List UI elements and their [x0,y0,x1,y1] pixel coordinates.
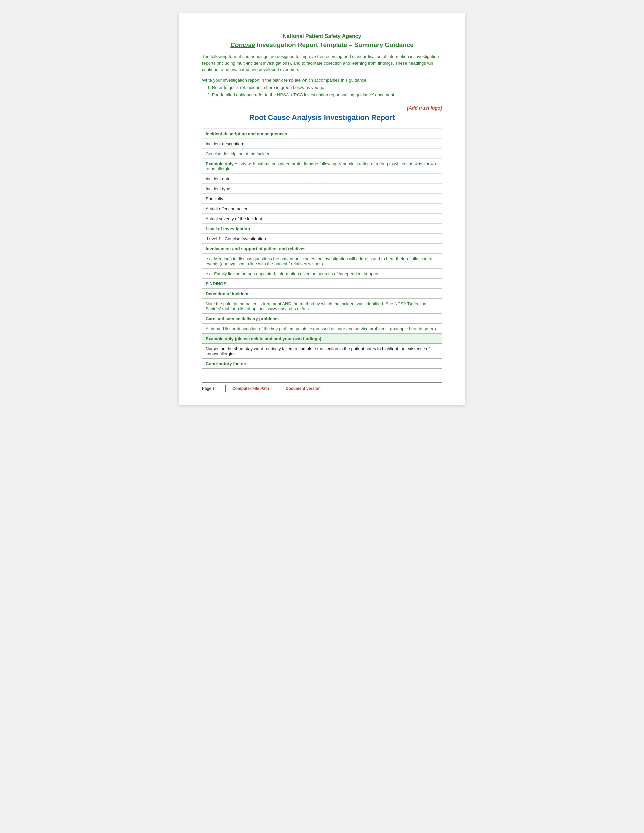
table-row: Actual effect on patient: [202,204,442,214]
footer-version: Document version [286,386,321,391]
report-table: Incident description and consequences In… [202,129,442,369]
involvement-liaison: e.g. Family liaison person appointed, in… [202,269,442,278]
concise-description: Concise description of the incident. [202,149,442,159]
section-header-incident: Incident description and consequences [202,129,442,138]
table-row: Note the point in the patient's treatmen… [202,299,442,314]
instructions-item-1: Refer to quick ref. guidance here in gre… [212,84,442,91]
instructions-item-2: For detailed guidance refer to the NPSA'… [212,91,442,99]
table-row: Concise description of the incident. [202,149,442,159]
table-row: Detection of incident [202,289,442,299]
involvement-meetings: e.g. Meetings to discuss questions the p… [202,254,442,269]
nurses-row: Nurses on the short stay ward routinely … [202,344,442,359]
incident-description-label: Incident description: [202,138,442,149]
instructions-list: Refer to quick ref. guidance here in gre… [212,84,442,99]
table-row: e.g. Meetings to discuss questions the p… [202,254,442,269]
table-row: Example only (please delete and add your… [202,333,442,344]
page: National Patient Safety Agency Concise I… [179,13,465,405]
table-row: Incident description: [202,138,442,149]
footer: Page 1 Computer File Path Document versi… [202,382,442,392]
table-row: Care and service delivery problems [202,314,442,323]
level-value: Level 1 - Concise Investigation [202,233,442,244]
section-header-detection: Detection of incident [202,289,442,299]
title-concise: Concise [230,41,255,48]
example-allergy: Example only A lady with asthma sustaine… [202,159,442,174]
table-row: Example only A lady with asthma sustaine… [202,159,442,174]
table-row: Incident description and consequences [202,129,442,138]
section-header-care: Care and service delivery problems [202,314,442,323]
example-only-row: Example only (please delete and add your… [202,333,442,344]
table-row: Level 1 - Concise Investigation [202,233,442,244]
specialty-label: Specialty: [202,194,442,204]
incident-type-label: Incident type: [202,183,442,194]
report-title: Concise Investigation Report Template – … [202,41,442,49]
incident-date-label: Incident date: [202,174,442,183]
actual-severity-label: Actual severity of the incident: [202,214,442,224]
intro-paragraph: The following format and headings are de… [202,53,442,73]
footer-path: Computer File Path [232,386,269,391]
agency-name: National Patient Safety Agency [202,33,442,39]
table-row: Involvement and support of patient and r… [202,244,442,254]
care-description: A themed list or description of the key … [202,323,442,333]
section-header-involvement: Involvement and support of patient and r… [202,244,442,254]
example-label: Example only [206,161,233,166]
findings-header: FINDINGS:- [202,278,442,289]
title-rest: Investigation Report Template – Summary … [255,41,414,48]
table-row: A themed list or description of the key … [202,323,442,333]
main-report-title: Root Cause Analysis Investigation Report [202,113,442,122]
table-row: Incident type: [202,183,442,194]
instructions-lead: Write your investigation report in the b… [202,78,442,83]
footer-page: Page 1 [202,386,219,391]
table-row: Actual severity of the incident: [202,214,442,224]
table-row: e.g. Family liaison person appointed, in… [202,269,442,278]
table-row: Nurses on the short stay ward routinely … [202,344,442,359]
table-row: FINDINGS:- [202,278,442,289]
table-row: Contributory factors [202,359,442,368]
section-header-level: Level of investigation [202,224,442,233]
table-row: Incident date: [202,174,442,183]
table-row: Level of investigation [202,224,442,233]
actual-effect-label: Actual effect on patient: [202,204,442,214]
detection-note: Note the point in the patient's treatmen… [202,299,442,314]
trust-logo: [Add trust logo] [202,105,442,111]
table-row: Specialty: [202,194,442,204]
section-header-contributory: Contributory factors [202,359,442,368]
